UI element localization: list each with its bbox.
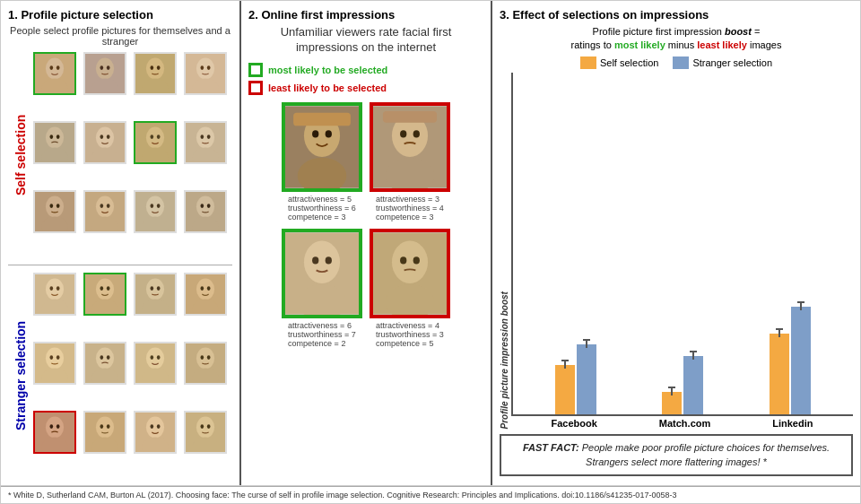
svg-point-38 — [201, 135, 204, 139]
compare-item-1: attractiveness = 5trustworthiness = 6com… — [282, 102, 362, 222]
svg-point-101 — [46, 417, 64, 439]
svg-point-63 — [50, 286, 54, 291]
svg-point-81 — [46, 348, 64, 369]
bar-group-linkedin — [770, 307, 811, 414]
content-row: 1. Profile picture selection People sele… — [1, 1, 860, 486]
footer: * White D, Sutherland CAM, Burton AL (20… — [1, 486, 860, 503]
svg-point-11 — [146, 58, 164, 80]
compare-item-3: attractiveness = 6trustworthiness = 7com… — [282, 229, 362, 348]
section-3: 3. Effect of selections on impressions P… — [492, 1, 860, 485]
compare-stats-3: attractiveness = 6trustworthiness = 7com… — [288, 321, 356, 348]
svg-point-68 — [100, 286, 104, 291]
error-top — [668, 387, 675, 388]
svg-point-18 — [201, 65, 204, 70]
svg-point-8 — [100, 65, 104, 70]
face-cell — [134, 273, 177, 316]
svg-point-39 — [207, 135, 211, 139]
face-cell — [184, 411, 227, 454]
svg-point-91 — [146, 348, 164, 369]
svg-point-24 — [57, 135, 60, 139]
svg-point-124 — [326, 130, 332, 137]
svg-point-96 — [196, 348, 214, 369]
face-cell — [33, 190, 76, 233]
compare-item-2: attractiveness = 3trustworthiness = 4com… — [370, 102, 450, 222]
face-cell — [33, 342, 76, 385]
svg-point-3 — [50, 65, 54, 70]
error-top — [561, 360, 569, 361]
svg-rect-125 — [293, 113, 351, 126]
svg-point-36 — [196, 127, 214, 149]
svg-point-29 — [107, 135, 110, 139]
comparison-row-bottom: attractiveness = 6trustworthiness = 7com… — [248, 229, 483, 348]
svg-point-58 — [201, 204, 204, 208]
svg-point-56 — [196, 196, 214, 218]
svg-point-61 — [46, 279, 64, 300]
fast-fact-label: FAST FACT: — [523, 442, 579, 453]
section-2-number: 2. Online first impressions — [248, 8, 483, 22]
svg-point-64 — [57, 286, 60, 291]
face-cell — [134, 411, 177, 454]
svg-point-49 — [107, 204, 110, 208]
face-cell — [134, 190, 177, 233]
svg-point-28 — [100, 135, 104, 139]
face-cell — [184, 190, 227, 233]
error-top — [776, 328, 783, 330]
error-top — [583, 339, 590, 341]
svg-point-118 — [201, 424, 204, 429]
svg-point-41 — [46, 196, 64, 218]
svg-point-111 — [146, 417, 164, 439]
face-cell — [83, 121, 126, 164]
error-top — [690, 351, 697, 352]
svg-point-53 — [151, 204, 154, 208]
bar-group-facebook — [555, 344, 596, 414]
fast-fact-box: FAST FACT: People make poor profile pict… — [500, 434, 853, 476]
svg-point-98 — [201, 355, 204, 360]
y-axis-label: Profile picture impression boost — [500, 73, 509, 429]
legend-self: Self selection — [580, 56, 658, 69]
compare-item-4: attractiveness = 4trustworthiness = 3com… — [370, 229, 450, 348]
legend-item-red: least likely to be selected — [248, 81, 483, 95]
self-selection-label: Self selection — [8, 52, 33, 257]
svg-point-13 — [151, 65, 154, 70]
face-cell — [184, 273, 227, 316]
legend-red-text: least likely to be selected — [268, 83, 387, 93]
main-container: 1. Profile picture selection People sele… — [0, 0, 861, 504]
svg-point-84 — [57, 355, 60, 360]
face-cell — [33, 52, 76, 95]
svg-point-9 — [107, 65, 110, 70]
compare-face-red-2 — [370, 229, 450, 318]
svg-point-71 — [146, 279, 164, 300]
compare-stats-4: attractiveness = 4trustworthiness = 3com… — [376, 321, 444, 348]
section-1: 1. Profile picture selection People sele… — [1, 1, 241, 485]
chart-label-matchcom: Match.com — [659, 418, 710, 429]
face-cell — [33, 273, 76, 316]
svg-point-93 — [151, 355, 154, 360]
compare-stats-1: attractiveness = 5trustworthiness = 6com… — [288, 195, 356, 222]
svg-point-54 — [157, 204, 161, 208]
chart-label-linkedin: Linkedin — [772, 418, 813, 429]
svg-point-19 — [207, 65, 211, 70]
svg-point-66 — [96, 279, 114, 300]
self-faces-grid — [33, 52, 232, 257]
face-cell — [134, 342, 177, 385]
svg-point-135 — [312, 256, 318, 264]
fast-fact-text: People make poor profile picture choices… — [579, 442, 830, 466]
bar-linkedin-stranger — [791, 307, 811, 414]
svg-point-99 — [207, 355, 211, 360]
section-1-title: 1. Profile picture selection — [8, 8, 232, 22]
compare-stats-2: attractiveness = 3trustworthiness = 4com… — [376, 195, 444, 222]
bar-group-matchcom — [662, 356, 703, 414]
legend-stranger-label: Stranger selection — [692, 57, 772, 68]
svg-point-31 — [146, 127, 164, 149]
legend-box-red — [248, 81, 263, 95]
svg-point-44 — [57, 204, 60, 208]
svg-point-23 — [50, 135, 54, 139]
section-2: 2. Online first impressions Unfamiliar v… — [241, 1, 492, 485]
error-top — [797, 301, 804, 303]
face-cell — [33, 411, 76, 454]
svg-point-4 — [57, 65, 60, 70]
bar-facebook-stranger — [577, 344, 596, 414]
svg-point-33 — [151, 135, 154, 139]
svg-point-129 — [400, 130, 406, 137]
svg-point-51 — [146, 196, 164, 218]
